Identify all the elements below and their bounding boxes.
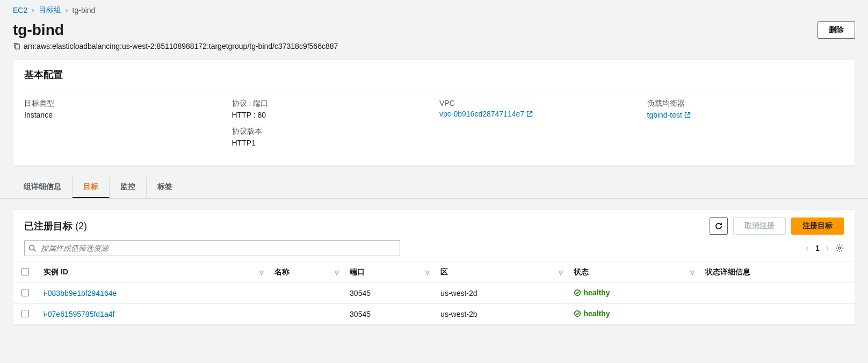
breadcrumb-root[interactable]: EC2	[13, 6, 27, 14]
sort-icon: ▽	[559, 270, 563, 275]
page-title: tg-bind	[13, 21, 64, 39]
chevron-right-icon: ›	[66, 6, 68, 14]
row-checkbox[interactable]	[21, 289, 29, 296]
tab-targets[interactable]: 目标	[73, 177, 110, 198]
col-zone[interactable]: 区▽	[434, 262, 567, 283]
col-instance-id[interactable]: 实例 ID▽	[37, 262, 268, 283]
svg-point-1	[30, 245, 34, 250]
cell-zone: us-west-2d	[434, 283, 567, 304]
targets-panel: 已注册目标 (2) 取消注册 注册目标 ‹ 1 › 实例 ID▽ 名	[13, 209, 855, 325]
search-icon	[28, 244, 36, 252]
row-checkbox[interactable]	[21, 310, 29, 317]
check-circle-icon	[574, 289, 581, 296]
prev-page[interactable]: ‹	[806, 243, 809, 253]
tab-monitoring[interactable]: 监控	[110, 177, 147, 198]
arn-text: arn:aws:elasticloadbalancing:us-west-2:8…	[24, 42, 338, 50]
vpc-link[interactable]: vpc-0b916cd28747114e7	[439, 110, 533, 118]
protocol-version-label: 协议版本	[232, 127, 429, 136]
col-status-details[interactable]: 状态详细信息	[699, 262, 855, 283]
arn-row: arn:aws:elasticloadbalancing:us-west-2:8…	[0, 42, 868, 59]
status-badge: healthy	[574, 309, 610, 318]
sort-icon: ▽	[335, 270, 339, 275]
delete-button[interactable]: 删除	[818, 21, 855, 39]
lb-link[interactable]: tgbind-test	[647, 111, 691, 119]
cell-zone: us-west-2b	[434, 304, 567, 325]
protocol-port-value: HTTP : 80	[232, 111, 429, 119]
page-header: tg-bind 删除	[0, 17, 868, 42]
sort-icon: ▽	[425, 270, 430, 275]
select-all-checkbox[interactable]	[21, 268, 29, 275]
lb-label: 负载均衡器	[647, 99, 844, 108]
config-target-type: 目标类型 Instance	[24, 99, 221, 155]
instance-id-link[interactable]: i-083bb9e1bf294164e	[44, 289, 117, 297]
check-circle-icon	[574, 310, 581, 317]
target-type-value: Instance	[24, 111, 221, 119]
targets-title: 已注册目标 (2)	[24, 220, 87, 233]
sort-icon: ▽	[259, 270, 264, 275]
breadcrumb: EC2 › 目标组 › tg-bind	[0, 0, 868, 17]
refresh-button[interactable]	[710, 217, 728, 235]
page-number: 1	[815, 244, 820, 252]
external-link-icon	[684, 112, 691, 118]
basic-config-panel: 基本配置 目标类型 Instance 协议 : 端口 HTTP : 80 协议版…	[13, 59, 855, 166]
external-link-icon	[526, 111, 533, 117]
targets-table: 实例 ID▽ 名称▽ 端口▽ 区▽ 状态▽ 状态详细信息 i-083bb9e1b…	[13, 262, 855, 325]
search-box	[24, 240, 400, 256]
col-port[interactable]: 端口▽	[343, 262, 434, 283]
vpc-value: vpc-0b916cd28747114e7	[439, 110, 524, 118]
target-type-label: 目标类型	[24, 99, 221, 108]
chevron-right-icon: ›	[32, 6, 34, 14]
tab-details[interactable]: 组详细信息	[13, 177, 73, 198]
sort-icon: ▽	[690, 270, 695, 275]
cell-status-details	[699, 304, 855, 325]
svg-rect-0	[15, 45, 19, 49]
table-row: i-07e61595785fd1a4f 30545 us-west-2b hea…	[13, 304, 855, 325]
lb-value: tgbind-test	[647, 111, 682, 119]
basic-config-title: 基本配置	[13, 60, 855, 90]
protocol-version-value: HTTP1	[232, 139, 429, 147]
col-name[interactable]: 名称▽	[268, 262, 343, 283]
deregister-button[interactable]: 取消注册	[733, 217, 786, 235]
next-page[interactable]: ›	[826, 243, 829, 253]
svg-point-2	[838, 247, 841, 249]
cell-port: 30545	[343, 304, 434, 325]
tabs: 组详细信息 目标 监控 标签	[0, 177, 868, 199]
instance-id-link[interactable]: i-07e61595785fd1a4f	[44, 310, 114, 318]
gear-icon[interactable]	[835, 244, 844, 252]
cell-status-details	[699, 283, 855, 304]
refresh-icon	[714, 222, 723, 230]
breadcrumb-current: tg-bind	[73, 6, 96, 14]
table-row: i-083bb9e1bf294164e 30545 us-west-2d hea…	[13, 283, 855, 304]
cell-port: 30545	[343, 283, 434, 304]
cell-name	[268, 304, 343, 325]
search-input[interactable]	[24, 240, 400, 256]
vpc-label: VPC	[439, 99, 636, 107]
breadcrumb-target-groups[interactable]: 目标组	[39, 5, 61, 15]
cell-name	[268, 283, 343, 304]
config-vpc: VPC vpc-0b916cd28747114e7	[439, 99, 636, 155]
pagination: ‹ 1 ›	[806, 243, 844, 253]
config-load-balancer: 负载均衡器 tgbind-test	[647, 99, 844, 155]
register-button[interactable]: 注册目标	[791, 217, 844, 235]
config-protocol-port: 协议 : 端口 HTTP : 80 协议版本 HTTP1	[232, 99, 429, 155]
status-badge: healthy	[574, 288, 610, 297]
tab-tags[interactable]: 标签	[147, 177, 183, 198]
col-status[interactable]: 状态▽	[567, 262, 698, 283]
protocol-port-label: 协议 : 端口	[232, 99, 429, 108]
copy-icon[interactable]	[13, 42, 20, 50]
